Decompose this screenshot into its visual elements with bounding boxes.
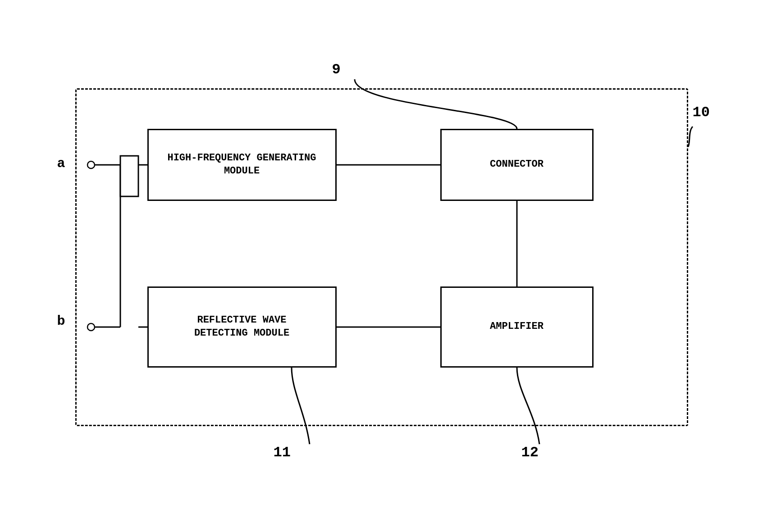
label-b: b bbox=[57, 314, 65, 329]
svg-rect-3 bbox=[120, 156, 138, 196]
svg-point-5 bbox=[87, 323, 95, 331]
diagram-lines bbox=[48, 52, 724, 480]
svg-point-0 bbox=[87, 161, 95, 168]
label-a: a bbox=[57, 156, 65, 171]
label-11: 11 bbox=[274, 444, 291, 461]
label-9: 9 bbox=[332, 61, 341, 78]
label-10: 10 bbox=[693, 104, 710, 121]
diagram-container: HIGH-FREQUENCY GENERATING MODULE CONNECT… bbox=[48, 52, 724, 480]
label-12: 12 bbox=[521, 444, 539, 461]
